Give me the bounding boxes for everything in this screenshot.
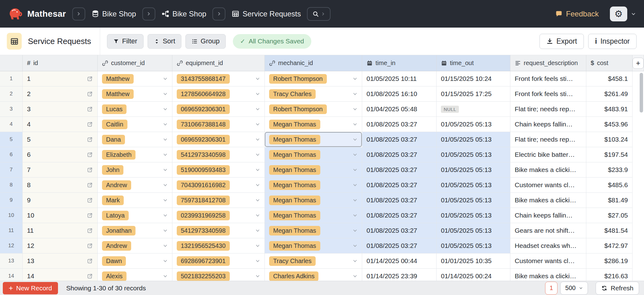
chevron-down-icon[interactable] (163, 258, 168, 263)
vertical-scrollbar-thumb[interactable] (640, 73, 643, 112)
cell-mechanic_id[interactable]: Megan Thomas (265, 238, 362, 253)
chevron-down-icon[interactable] (353, 274, 358, 279)
cell-request_description[interactable]: Electric bike batter… (510, 147, 586, 162)
cell-id[interactable]: 2 (23, 86, 98, 102)
linked-record-pill[interactable]: Caitlin (102, 120, 127, 129)
external-link-icon[interactable] (87, 91, 93, 97)
chevron-down-icon[interactable] (255, 213, 260, 218)
cell-time_out[interactable]: 01/05/2025 05:13 (437, 223, 510, 238)
cell-equipment_id[interactable]: 1278560664928 (172, 86, 265, 102)
row-number-cell[interactable]: 11 (0, 223, 23, 238)
cell-request_description[interactable]: Customer wants cl… (510, 253, 586, 269)
cell-request_description[interactable]: Gears are not shift… (510, 223, 586, 238)
breadcrumb-separator-button[interactable] (72, 7, 85, 20)
cell-cost[interactable]: $81.49 (586, 193, 633, 208)
linked-record-pill[interactable]: 7597318412708 (177, 196, 230, 205)
chevron-down-icon[interactable] (353, 107, 358, 112)
column-header-customer_id[interactable]: customer_id (98, 55, 172, 71)
linked-record-pill[interactable]: 0239931969258 (177, 211, 230, 220)
cell-time_out[interactable]: 01/14/2025 00:24 (437, 269, 510, 281)
cell-request_description[interactable]: Chain keeps fallin… (510, 117, 586, 132)
breadcrumb-separator-button[interactable] (212, 7, 225, 20)
chevron-down-icon[interactable] (163, 152, 168, 157)
column-header-request_description[interactable]: request_description (510, 55, 586, 71)
cell-time_out[interactable]: NULL (437, 102, 510, 117)
cell-customer_id[interactable]: Jonathan (98, 223, 172, 238)
cell-equipment_id[interactable]: 6928696723901 (172, 253, 265, 269)
linked-record-pill[interactable]: Jonathan (102, 226, 135, 236)
linked-record-pill[interactable]: 6928696723901 (177, 256, 230, 266)
external-link-icon[interactable] (87, 273, 93, 280)
cell-equipment_id[interactable]: 5021832255203 (172, 269, 265, 281)
cell-time_out[interactable]: 01/05/2025 05:13 (437, 178, 510, 193)
cell-time_out[interactable]: 01/05/2025 05:13 (437, 193, 510, 208)
chevron-down-icon[interactable] (255, 76, 260, 81)
row-number-cell[interactable]: 8 (0, 178, 23, 193)
cell-mechanic_id[interactable]: Megan Thomas (265, 193, 362, 208)
linked-record-pill[interactable]: Megan Thomas (269, 165, 320, 175)
column-header-equipment_id[interactable]: equipment_id (172, 55, 265, 71)
inspector-button[interactable]: i Inspector (588, 34, 637, 49)
cell-request_description[interactable]: Customer wants cl… (510, 178, 586, 193)
linked-record-pill[interactable]: Megan Thomas (269, 226, 320, 236)
cell-time_in[interactable]: 01/08/2025 03:27 (362, 178, 437, 193)
chevron-down-icon[interactable] (353, 91, 358, 96)
external-link-icon[interactable] (87, 197, 93, 204)
external-link-icon[interactable] (87, 258, 93, 264)
cell-mechanic_id[interactable]: Megan Thomas (265, 147, 362, 162)
chevron-down-icon[interactable] (353, 198, 358, 203)
sort-button[interactable]: Sort (148, 34, 181, 49)
cell-time_in[interactable]: 01/08/2025 03:27 (362, 223, 437, 238)
external-link-icon[interactable] (87, 152, 93, 158)
cell-equipment_id[interactable]: 5190009593483 (172, 162, 265, 178)
row-number-cell[interactable]: 6 (0, 147, 23, 162)
column-header-time_out[interactable]: time_out (437, 55, 510, 71)
cell-cost[interactable]: $27.05 (586, 208, 633, 223)
cell-id[interactable]: 7 (23, 162, 98, 178)
chevron-down-icon[interactable] (353, 213, 358, 218)
cell-customer_id[interactable]: Lucas (98, 102, 172, 117)
cell-request_description[interactable]: Chain keeps fallin… (510, 208, 586, 223)
cell-id[interactable]: 11 (23, 223, 98, 238)
cell-id[interactable]: 8 (23, 178, 98, 193)
cell-customer_id[interactable]: Dana (98, 132, 172, 147)
cell-mechanic_id[interactable]: Megan Thomas (265, 208, 362, 223)
chevron-down-icon[interactable] (163, 183, 168, 187)
cell-customer_id[interactable]: Latoya (98, 208, 172, 223)
chevron-down-icon[interactable] (255, 274, 260, 279)
cell-mechanic_id[interactable]: Tracy Charles (265, 86, 362, 102)
linked-record-pill[interactable]: Andrew (102, 241, 131, 251)
cell-equipment_id[interactable]: 0239931969258 (172, 208, 265, 223)
chevron-down-icon[interactable] (255, 122, 260, 127)
chevron-down-icon[interactable] (255, 258, 260, 263)
cell-mechanic_id[interactable]: Megan Thomas (265, 117, 362, 132)
chevron-down-icon[interactable] (353, 228, 358, 233)
cell-mechanic_id[interactable]: Robert Thompson (265, 71, 362, 86)
row-number-cell[interactable]: 3 (0, 102, 23, 117)
row-number-cell[interactable]: 4 (0, 117, 23, 132)
cell-cost[interactable]: $233.9 (586, 162, 633, 178)
linked-record-pill[interactable]: 0696592306301 (177, 104, 230, 114)
linked-record-pill[interactable]: Megan Thomas (269, 211, 320, 220)
linked-record-pill[interactable]: Lucas (102, 104, 127, 114)
chevron-down-icon[interactable] (163, 167, 168, 172)
chevron-down-icon[interactable] (163, 243, 168, 248)
chevron-down-icon[interactable] (163, 274, 168, 279)
cell-cost[interactable]: $481.54 (586, 223, 633, 238)
linked-record-pill[interactable]: Dawn (102, 256, 126, 266)
cell-id[interactable]: 10 (23, 208, 98, 223)
cell-equipment_id[interactable]: 5412973340598 (172, 147, 265, 162)
cell-cost[interactable]: $485.6 (586, 178, 633, 193)
linked-record-pill[interactable]: 5021832255203 (177, 271, 230, 281)
linked-record-pill[interactable]: Megan Thomas (269, 135, 320, 144)
cell-time_out[interactable]: 01/05/2025 05:13 (437, 117, 510, 132)
cell-cost[interactable]: $472.97 (586, 238, 633, 253)
column-header-cost[interactable]: $cost (586, 55, 633, 71)
cell-time_in[interactable]: 01/08/2025 03:27 (362, 147, 437, 162)
cell-customer_id[interactable]: Andrew (98, 178, 172, 193)
cell-customer_id[interactable]: John (98, 162, 172, 178)
cell-cost[interactable]: $261.49 (586, 86, 633, 102)
linked-record-pill[interactable]: Tracy Charles (269, 89, 316, 99)
cell-time_out[interactable]: 01/05/2025 05:13 (437, 147, 510, 162)
filter-button[interactable]: Filter (107, 34, 144, 49)
